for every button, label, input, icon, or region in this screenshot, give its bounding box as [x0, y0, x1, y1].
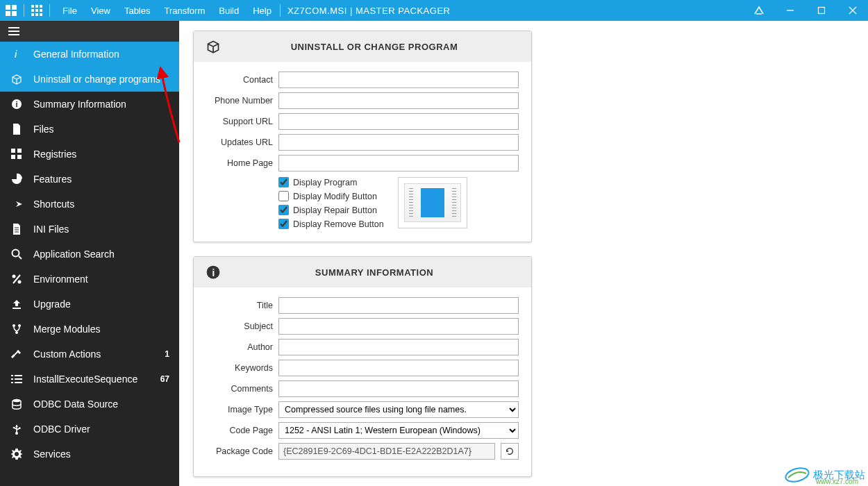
sidebar-item-merge[interactable]: Merge Modules [0, 317, 179, 342]
sidebar-item-custom-actions[interactable]: Custom Actions 1 [0, 342, 179, 367]
svg-rect-24 [17, 149, 22, 153]
grid-icon[interactable] [30, 3, 44, 17]
check-display-modify[interactable] [278, 191, 289, 201]
maximize-button[interactable] [806, 0, 837, 21]
sidebar-item-upgrade[interactable]: Upgrade [0, 292, 179, 317]
input-support[interactable] [278, 113, 519, 130]
sidebar-item-ini[interactable]: INI Files [0, 217, 179, 242]
check-label: Display Program [293, 178, 357, 187]
check-display-repair[interactable] [278, 205, 289, 215]
svg-rect-35 [12, 308, 21, 309]
panel-title: SUMMARY INFORMATION [228, 267, 520, 278]
close-button[interactable] [837, 0, 868, 21]
sidebar-item-uninstall[interactable]: Uninstall or change programs [0, 67, 179, 92]
panel-summary: i SUMMARY INFORMATION Title Subject Auth… [193, 256, 532, 477]
menu-file[interactable]: File [56, 0, 84, 21]
svg-rect-11 [35, 13, 38, 16]
svg-point-38 [15, 331, 18, 334]
sidebar-item-label: ODBC Data Source [33, 399, 118, 410]
label-keywords: Keywords [206, 363, 273, 373]
info-circle-icon: i [205, 265, 222, 279]
svg-rect-40 [11, 375, 13, 376]
sidebar-item-registries[interactable]: Registries [0, 142, 179, 167]
label-author: Author [206, 342, 273, 352]
menu-transform[interactable]: Transform [157, 0, 212, 21]
usb-icon [10, 424, 24, 435]
package-icon [10, 74, 24, 85]
input-author[interactable] [278, 339, 519, 355]
svg-rect-2 [6, 11, 10, 16]
info-italic-icon: i [10, 49, 24, 60]
svg-rect-8 [35, 9, 38, 12]
app-logo-icon [4, 3, 18, 17]
sidebar-item-label: Uninstall or change programs [33, 74, 160, 85]
pie-icon [10, 174, 24, 185]
input-phone[interactable] [278, 92, 519, 109]
menu-view[interactable]: View [84, 0, 117, 21]
toolbar-extra-icon[interactable] [743, 0, 774, 21]
svg-rect-45 [15, 382, 22, 383]
sidebar-item-label: Shortcuts [33, 199, 74, 210]
svg-rect-5 [35, 5, 38, 8]
svg-text:i: i [16, 100, 18, 108]
sidebar-item-summary[interactable]: i Summary Information [0, 92, 179, 117]
doc-icon [10, 224, 24, 235]
sidebar-item-shortcuts[interactable]: Shortcuts [0, 192, 179, 217]
svg-rect-0 [6, 5, 10, 10]
database-icon [10, 399, 24, 410]
menu-tables[interactable]: Tables [117, 0, 158, 21]
sidebar-item-label: Custom Actions [33, 349, 101, 360]
sidebar-item-label: Summary Information [33, 99, 126, 110]
input-home[interactable] [278, 155, 519, 171]
sidebar-item-search[interactable]: Application Search [0, 242, 179, 267]
titlebar: File View Tables Transform Build Help XZ… [0, 0, 868, 21]
label-code-page: Code Page [206, 426, 273, 435]
input-updates[interactable] [278, 134, 519, 151]
input-title[interactable] [278, 297, 519, 314]
input-comments[interactable] [278, 380, 519, 397]
input-subject[interactable] [278, 318, 519, 335]
select-image-type[interactable]: Compressed source files using long file … [278, 401, 519, 418]
badge: 1 [165, 349, 169, 359]
menu-build[interactable]: Build [212, 0, 246, 21]
label-title: Title [206, 301, 273, 310]
svg-rect-3 [12, 11, 17, 16]
sidebar-item-features[interactable]: Features [0, 167, 179, 192]
svg-point-37 [18, 324, 21, 327]
svg-text:i: i [212, 267, 215, 278]
svg-point-36 [12, 324, 15, 327]
svg-line-31 [19, 256, 22, 259]
tools-icon [10, 349, 24, 360]
panel-uninstall: UNINSTALL OR CHANGE PROGRAM Contact Phon… [193, 31, 532, 242]
watermark: 极光下载站 www.xz7.com [784, 465, 865, 485]
sidebar-item-odbc-driver[interactable]: ODBC Driver [0, 417, 179, 442]
input-keywords[interactable] [278, 360, 519, 376]
svg-rect-10 [31, 13, 34, 16]
label-contact: Contact [206, 75, 273, 85]
regenerate-button[interactable] [501, 443, 519, 460]
sidebar-item-label: Features [33, 174, 72, 185]
select-code-page[interactable]: 1252 - ANSI Latin 1; Western European (W… [278, 422, 519, 439]
check-display-remove[interactable] [278, 219, 289, 229]
check-label: Display Repair Button [293, 206, 377, 215]
sidebar-item-general-information[interactable]: i General Information [0, 42, 179, 67]
list-icon [10, 374, 24, 385]
input-package-code[interactable]: {EC2891E9-2C69-4DC1-BD1E-E2A222B2D1A7} [278, 443, 495, 460]
check-display-program[interactable] [278, 177, 289, 187]
input-contact[interactable] [278, 72, 519, 88]
sidebar-item-files[interactable]: Files [0, 117, 179, 142]
sidebar-hamburger[interactable] [0, 21, 179, 42]
svg-rect-1 [12, 5, 17, 10]
sidebar-item-label: Merge Modules [33, 324, 101, 335]
label-phone: Phone Number [206, 96, 273, 106]
sidebar-item-odbc-source[interactable]: ODBC Data Source [0, 392, 179, 417]
sidebar-item-environment[interactable]: Environment [0, 267, 179, 292]
menu-help[interactable]: Help [246, 0, 278, 21]
sidebar-item-services[interactable]: Services [0, 442, 179, 467]
svg-point-46 [12, 399, 21, 402]
percent-icon [10, 274, 24, 285]
label-updates: Updates URL [206, 137, 273, 147]
minimize-button[interactable] [774, 0, 806, 21]
sidebar-item-install-sequence[interactable]: InstallExecuteSequence 67 [0, 367, 179, 392]
svg-rect-43 [15, 378, 22, 380]
